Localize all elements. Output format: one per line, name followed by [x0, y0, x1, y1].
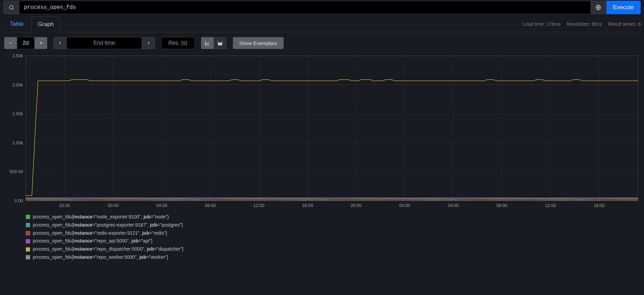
stacked-chart-button[interactable] — [214, 37, 227, 49]
endtime-group — [53, 37, 155, 49]
format-button[interactable] — [591, 1, 606, 14]
range-increase-button[interactable] — [34, 37, 47, 49]
svg-text:16:00: 16:00 — [302, 203, 313, 208]
chevron-left-icon — [58, 41, 62, 45]
svg-text:16:00: 16:00 — [594, 203, 605, 208]
svg-line-1 — [13, 8, 14, 9]
svg-text:12:00: 12:00 — [253, 203, 264, 208]
legend-swatch — [26, 239, 30, 244]
query-bar: Execute — [0, 0, 644, 14]
legend-item[interactable]: process_open_fds{instance="repo_api:5000… — [26, 237, 644, 245]
legend-item[interactable]: process_open_fds{instance="redis-exporte… — [26, 229, 644, 237]
svg-text:20:00: 20:00 — [59, 203, 70, 208]
svg-text:2.50k: 2.50k — [12, 54, 23, 58]
legend: process_open_fds{instance="node_exporter… — [0, 210, 644, 261]
legend-swatch — [26, 231, 30, 235]
svg-rect-47 — [26, 56, 638, 201]
svg-text:1.00k: 1.00k — [12, 140, 23, 145]
endtime-input[interactable] — [66, 37, 142, 49]
status-resolution: Resolution: 691s — [567, 21, 602, 27]
globe-icon — [595, 4, 601, 10]
legend-item[interactable]: process_open_fds{instance="repo_dispatch… — [26, 245, 644, 253]
svg-text:0.00: 0.00 — [15, 198, 23, 203]
legend-label: process_open_fds{instance="repo_dispatch… — [33, 245, 184, 253]
legend-item[interactable]: process_open_fds{instance="node_exporter… — [26, 213, 644, 221]
endtime-forward-button[interactable] — [142, 37, 155, 49]
line-chart-button[interactable] — [201, 37, 214, 49]
legend-item[interactable]: process_open_fds{instance="postgres-expo… — [26, 221, 644, 229]
chart[interactable]: 0.00500.001.00k1.50k2.00k2.50k20:0000:00… — [4, 54, 640, 210]
svg-text:08:00: 08:00 — [205, 203, 216, 208]
search-icon — [8, 4, 15, 10]
svg-text:04:00: 04:00 — [156, 203, 167, 208]
metrics-explorer-button[interactable] — [3, 1, 19, 14]
chart-mode-group — [201, 37, 227, 49]
tab-table[interactable]: Table — [3, 16, 30, 32]
svg-text:00:00: 00:00 — [108, 203, 119, 208]
svg-text:08:00: 08:00 — [497, 203, 508, 208]
legend-label: process_open_fds{instance="redis-exporte… — [33, 229, 167, 237]
controls-row: Show Exemplars — [0, 32, 644, 54]
legend-swatch — [26, 255, 30, 259]
range-group — [4, 37, 47, 49]
execute-button[interactable]: Execute — [606, 1, 641, 14]
svg-text:12:00: 12:00 — [545, 203, 556, 208]
chevron-right-icon — [146, 41, 151, 45]
svg-text:20:00: 20:00 — [351, 203, 362, 208]
legend-swatch — [26, 215, 30, 219]
show-exemplars-button[interactable]: Show Exemplars — [233, 37, 284, 49]
legend-label: process_open_fds{instance="postgres-expo… — [33, 221, 183, 229]
line-chart-icon — [205, 40, 210, 46]
legend-label: process_open_fds{instance="repo_api:5000… — [33, 237, 153, 245]
area-chart-icon — [217, 40, 223, 46]
legend-item[interactable]: process_open_fds{instance="repo_worker:5… — [26, 253, 644, 261]
legend-swatch — [26, 247, 30, 252]
legend-swatch — [26, 223, 30, 227]
minus-icon — [8, 41, 13, 45]
expression-input[interactable] — [19, 1, 591, 14]
svg-text:04:00: 04:00 — [448, 203, 459, 208]
range-input[interactable] — [17, 37, 34, 49]
plus-icon — [39, 41, 43, 45]
range-decrease-button[interactable] — [4, 37, 17, 49]
svg-text:00:00: 00:00 — [399, 203, 410, 208]
legend-label: process_open_fds{instance="repo_worker:5… — [33, 253, 168, 261]
endtime-back-button[interactable] — [53, 37, 66, 49]
svg-text:500.00: 500.00 — [9, 169, 23, 174]
status-load-time: Load time: 176ms — [523, 21, 560, 27]
tabs-row: Table Graph Load time: 176ms Resolution:… — [0, 14, 644, 32]
legend-label: process_open_fds{instance="node_exporter… — [33, 213, 169, 221]
status-info: Load time: 176ms Resolution: 691s Result… — [523, 21, 641, 27]
svg-text:1.50k: 1.50k — [12, 111, 23, 116]
resolution-input[interactable] — [161, 37, 195, 49]
tab-graph[interactable]: Graph — [31, 17, 60, 32]
svg-point-0 — [9, 5, 13, 9]
status-result-series: Result series: 6 — [608, 21, 641, 27]
svg-text:2.00k: 2.00k — [12, 82, 23, 87]
